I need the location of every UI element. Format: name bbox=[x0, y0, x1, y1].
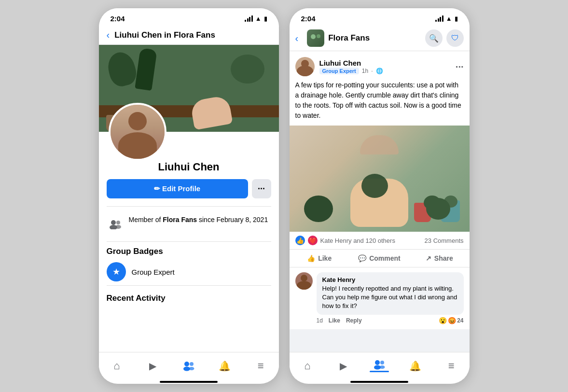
battery-icon: ▮ bbox=[264, 15, 267, 22]
comment-like-button[interactable]: Like bbox=[329, 317, 340, 324]
plant-decoration-2 bbox=[135, 48, 157, 91]
comment-actions: 1d Like Reply 😮 😡 24 bbox=[295, 317, 464, 324]
member-info: Member of Flora Fans since February 8, 2… bbox=[107, 210, 271, 238]
home-icon: ⌂ bbox=[113, 360, 120, 372]
comment-reply-button[interactable]: Reply bbox=[346, 317, 362, 324]
nav-home-left[interactable]: ⌂ bbox=[99, 360, 135, 372]
nav-menu-right[interactable]: ≡ bbox=[433, 360, 470, 372]
globe-icon: · bbox=[371, 68, 373, 74]
menu-icon-right: ≡ bbox=[448, 360, 455, 372]
comment-reactions: 😮 😡 24 bbox=[439, 317, 463, 324]
nav-notifications-left[interactable]: 🔔 bbox=[207, 360, 243, 372]
group-expert-badge: Group Expert bbox=[319, 68, 359, 74]
member-group-icon bbox=[107, 215, 124, 233]
comment-time: 1d bbox=[317, 317, 323, 324]
nav-home-right[interactable]: ⌂ bbox=[290, 360, 326, 372]
divider-2 bbox=[107, 241, 271, 242]
back-button-right[interactable]: ‹ bbox=[295, 33, 299, 44]
left-phone: 2:04 ▲ ▮ ‹ Liuhui Chen in Flora Fans bbox=[98, 8, 279, 384]
profile-avatar-wrap bbox=[99, 103, 279, 161]
comment-label: Comment bbox=[369, 254, 401, 262]
group-name-nav: Flora Fans bbox=[328, 33, 421, 43]
bell-icon: 🔔 bbox=[219, 360, 231, 372]
home-indicator-left bbox=[160, 381, 218, 383]
badge-item-expert: ★ Group Expert bbox=[107, 262, 271, 281]
bottom-nav-right: ⌂ ▶ 🔔 ≡ bbox=[290, 352, 470, 379]
status-bar-right: 2:04 ▲ ▮ bbox=[290, 8, 470, 26]
love-emoji: ❤️ bbox=[308, 236, 318, 245]
star-icon: ★ bbox=[112, 266, 120, 277]
member-group: Flora Fans bbox=[163, 216, 197, 224]
comment-reaction-count: 24 bbox=[457, 317, 463, 324]
plant-1 bbox=[424, 196, 441, 210]
svg-point-0 bbox=[111, 220, 116, 225]
post-card: Liuhui Chen Group Expert 1h · 🌐 ··· A fe… bbox=[290, 51, 470, 329]
post-more-button[interactable]: ··· bbox=[456, 61, 464, 72]
svg-point-11 bbox=[379, 365, 385, 369]
bell-icon-right: 🔔 bbox=[409, 360, 421, 372]
battery-icon-right: ▮ bbox=[455, 15, 458, 22]
comments-count: 23 Comments bbox=[425, 237, 464, 244]
post-image bbox=[290, 126, 470, 232]
comment-text: Help! I recently repotted and my plant i… bbox=[322, 284, 458, 311]
time-right: 2:04 bbox=[301, 14, 316, 23]
nav-bar-left: ‹ Liuhui Chen in Flora Fans bbox=[99, 26, 279, 45]
nav-title-left: Liuhui Chen in Flora Fans bbox=[114, 30, 215, 40]
signal-icon-right bbox=[435, 15, 443, 22]
nav-groups-left[interactable] bbox=[171, 361, 207, 371]
search-button-right[interactable]: 🔍 bbox=[425, 29, 443, 47]
comment-bubble: Kate Henry Help! I recently repotted and… bbox=[317, 272, 464, 315]
nav-notifications-right[interactable]: 🔔 bbox=[397, 360, 433, 372]
post-time: 1h bbox=[362, 68, 368, 74]
post-badge-row: Group Expert 1h · 🌐 bbox=[319, 68, 451, 74]
succulent-center bbox=[361, 174, 388, 198]
plant-decoration-3 bbox=[231, 55, 264, 84]
svg-point-7 bbox=[189, 367, 194, 370]
profile-actions: ✏ Edit Profile ··· bbox=[107, 179, 271, 198]
member-since: since February 8, 2021 bbox=[197, 216, 268, 224]
nav-groups-right[interactable] bbox=[361, 359, 398, 372]
groups-icon-right bbox=[373, 359, 386, 370]
nav-bar-right: ‹ Flora Fans 🔍 🛡 bbox=[290, 26, 470, 51]
svg-point-5 bbox=[190, 362, 194, 366]
admin-shield-button[interactable]: 🛡 bbox=[446, 29, 464, 47]
badge-label: Group Expert bbox=[132, 268, 175, 276]
like-action-button[interactable]: 👍 Like bbox=[290, 251, 349, 266]
group-avatar-thumbnail bbox=[307, 29, 324, 47]
comment-author-name: Kate Henry bbox=[322, 276, 458, 283]
pot-image-1 bbox=[414, 203, 431, 222]
profile-scroll[interactable]: Liuhui Chen ✏ Edit Profile ··· bbox=[99, 161, 279, 352]
feed-scroll[interactable]: Liuhui Chen Group Expert 1h · 🌐 ··· A fe… bbox=[290, 51, 470, 352]
member-prefix: Member of bbox=[129, 216, 163, 224]
right-phone: 2:04 ▲ ▮ ‹ bbox=[289, 8, 470, 384]
comment-section: Kate Henry Help! I recently repotted and… bbox=[290, 267, 470, 329]
nav-video-right[interactable]: ▶ bbox=[325, 360, 361, 372]
post-meta: Liuhui Chen Group Expert 1h · 🌐 bbox=[319, 59, 451, 74]
video-icon-right: ▶ bbox=[340, 360, 347, 372]
home-icon-right: ⌂ bbox=[304, 360, 310, 372]
video-icon: ▶ bbox=[149, 360, 156, 372]
comment-icon: 💬 bbox=[358, 254, 366, 262]
svg-point-9 bbox=[380, 361, 384, 364]
share-action-button[interactable]: ↗ Share bbox=[409, 251, 469, 266]
back-button-left[interactable]: ‹ bbox=[107, 29, 110, 41]
nav-menu-left[interactable]: ≡ bbox=[243, 360, 279, 372]
profile-avatar bbox=[109, 103, 166, 161]
nav-actions-right: 🔍 🛡 bbox=[425, 29, 464, 47]
divider-3 bbox=[107, 285, 271, 286]
bottom-nav-left: ⌂ ▶ 🔔 ≡ bbox=[99, 352, 279, 379]
profile-content: Liuhui Chen ✏ Edit Profile ··· bbox=[99, 161, 279, 303]
comment-author-avatar bbox=[295, 272, 313, 290]
more-options-button[interactable]: ··· bbox=[252, 179, 271, 198]
avatar-face bbox=[111, 105, 165, 159]
nav-video-left[interactable]: ▶ bbox=[135, 360, 171, 372]
svg-point-8 bbox=[375, 360, 380, 365]
badge-icon-star: ★ bbox=[107, 262, 126, 281]
comment-item: Kate Henry Help! I recently repotted and… bbox=[295, 272, 464, 315]
recent-activity-title: Recent Activity bbox=[107, 294, 271, 303]
post-author-name: Liuhui Chen bbox=[319, 59, 451, 67]
svg-point-1 bbox=[116, 221, 120, 224]
edit-profile-button[interactable]: ✏ Edit Profile bbox=[107, 179, 248, 198]
arm-image bbox=[360, 135, 399, 154]
comment-action-button[interactable]: 💬 Comment bbox=[349, 251, 409, 266]
